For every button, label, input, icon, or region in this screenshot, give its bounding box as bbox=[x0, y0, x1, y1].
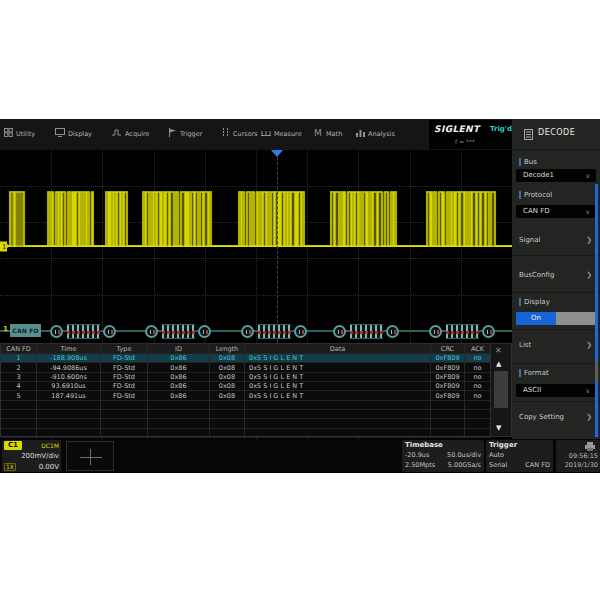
menu-item-trigger[interactable]: Trigger bbox=[168, 119, 202, 148]
list-cell[interactable]: 2 bbox=[1, 363, 37, 372]
list-cell[interactable]: 0x08 bbox=[210, 363, 245, 372]
list-cell[interactable]: 4 bbox=[1, 382, 37, 391]
list-cell[interactable]: 3 bbox=[1, 373, 37, 382]
list-cell-empty bbox=[37, 410, 101, 419]
scroll-thumb[interactable] bbox=[494, 371, 508, 408]
protocol-select[interactable]: CAN FD ∨ bbox=[516, 205, 596, 218]
printer-icon[interactable] bbox=[584, 442, 596, 451]
list-cell[interactable]: -188.908us bbox=[37, 354, 101, 363]
list-cell[interactable]: no bbox=[465, 373, 491, 382]
list-cell[interactable]: 0x08 bbox=[210, 391, 245, 400]
chevron-down-icon: ∨ bbox=[586, 205, 590, 218]
toggle-off[interactable] bbox=[556, 312, 596, 325]
list-cell[interactable]: 0x5 S I G L E N T bbox=[245, 382, 431, 391]
decode-frame-data bbox=[446, 324, 479, 339]
list-cell[interactable]: no bbox=[465, 391, 491, 400]
list-cell[interactable]: 0x86 bbox=[148, 363, 210, 372]
list-cell[interactable]: 0x86 bbox=[148, 391, 210, 400]
list-cell[interactable]: 93.6910us bbox=[37, 382, 101, 391]
format-select[interactable]: ASCII ∨ bbox=[516, 384, 596, 397]
timebase-points: 2.50Mpts bbox=[405, 461, 435, 469]
column-header-can-fd: CAN FD bbox=[1, 344, 37, 354]
channel1-chip[interactable]: C1 bbox=[4, 441, 22, 450]
divider bbox=[512, 255, 600, 256]
trigger-position-line bbox=[277, 157, 278, 343]
list-cell[interactable]: 5 bbox=[1, 391, 37, 400]
list-cell[interactable]: 0x5 S I G L E N T bbox=[245, 363, 431, 372]
bus-select[interactable]: Decode1 ∨ bbox=[516, 169, 596, 182]
list-cell-empty bbox=[148, 419, 210, 428]
trigger-descriptor[interactable]: Trigger Auto Serial CAN FD bbox=[486, 440, 553, 472]
acquire-icon bbox=[112, 128, 122, 139]
menu-item-label: Display bbox=[68, 130, 92, 138]
trigger-position-marker[interactable] bbox=[271, 150, 283, 157]
decode-frame-start bbox=[333, 325, 346, 338]
decode-list-window: CAN FDTimeTypeIDLengthDataCRCACK1-188.90… bbox=[0, 343, 512, 437]
protocol-value: CAN FD bbox=[523, 207, 550, 215]
list-menu-item[interactable]: List ❯ bbox=[519, 341, 595, 349]
panel-scroll-thumb[interactable] bbox=[595, 361, 599, 382]
menu-item-display[interactable]: Display bbox=[55, 119, 92, 148]
list-cell[interactable]: 0xF809 bbox=[431, 382, 465, 391]
list-cell[interactable]: 0xF809 bbox=[431, 363, 465, 372]
list-cell[interactable]: no bbox=[465, 363, 491, 372]
decode-bus-label[interactable]: CAN FD bbox=[10, 324, 41, 337]
list-cell[interactable]: -910.600ns bbox=[37, 373, 101, 382]
scroll-down-icon[interactable]: ▼ bbox=[496, 424, 501, 432]
list-cell[interactable]: 0x86 bbox=[148, 373, 210, 382]
list-cell-empty bbox=[1, 419, 37, 428]
trigger-status-badge: Trig'd bbox=[490, 125, 512, 133]
menu-item-analysis[interactable]: Analysis bbox=[356, 119, 395, 148]
menu-item-label: Trigger bbox=[180, 130, 202, 138]
menu-item-cursors[interactable]: Cursors bbox=[221, 119, 258, 148]
list-cell[interactable]: FD-Std bbox=[101, 354, 148, 363]
copy-setting-menu-item[interactable]: Copy Setting ❯ bbox=[519, 413, 595, 421]
list-cell[interactable]: no bbox=[465, 382, 491, 391]
display-toggle[interactable]: On bbox=[516, 312, 596, 325]
list-cell[interactable]: 0x08 bbox=[210, 382, 245, 391]
list-cell[interactable]: 0x5 S I G L E N T bbox=[245, 373, 431, 382]
close-icon[interactable]: ✕ bbox=[495, 346, 502, 355]
zoom-preview-box[interactable] bbox=[66, 441, 114, 471]
menu-item-math[interactable]: MMath bbox=[314, 119, 342, 148]
list-cell[interactable]: FD-Std bbox=[101, 373, 148, 382]
channel1-position-marker[interactable]: 1 bbox=[0, 242, 10, 252]
list-cell[interactable]: 187.491us bbox=[37, 391, 101, 400]
decode-frame-start bbox=[50, 325, 63, 338]
bus-value: Decode1 bbox=[523, 171, 554, 179]
menu-item-measure[interactable]: Measure bbox=[261, 119, 302, 148]
panel-title: DECODE bbox=[538, 128, 575, 137]
signal-menu-item[interactable]: Signal ❯ bbox=[519, 236, 595, 244]
list-cell[interactable]: FD-Std bbox=[101, 363, 148, 372]
timebase-descriptor[interactable]: Timebase -20.9us 50.0us/div 2.50Mpts 5.0… bbox=[402, 440, 484, 472]
list-cell[interactable]: 0x08 bbox=[210, 373, 245, 382]
list-cell[interactable]: 1 bbox=[1, 354, 37, 363]
list-cell[interactable]: 0xF809 bbox=[431, 373, 465, 382]
list-cell[interactable]: 0x5 S I G L E N T bbox=[245, 354, 431, 363]
channel1-descriptor[interactable]: C1 DC1M 200mV/div 1X 0.00V bbox=[2, 440, 61, 472]
panel-scrollbar[interactable] bbox=[595, 184, 599, 437]
toggle-on[interactable]: On bbox=[516, 312, 556, 325]
list-cell-empty bbox=[1, 429, 37, 438]
trigger-icon bbox=[168, 128, 177, 139]
list-cell[interactable]: 0xF809 bbox=[431, 391, 465, 400]
busconfig-menu-item[interactable]: BusConfig ❯ bbox=[519, 271, 595, 279]
list-cell-empty bbox=[465, 419, 491, 428]
menu-item-acquire[interactable]: Acquire bbox=[112, 119, 150, 148]
list-cell-empty bbox=[465, 410, 491, 419]
scroll-up-icon[interactable]: ▲ bbox=[496, 360, 501, 368]
list-cell[interactable]: 0xF809 bbox=[431, 354, 465, 363]
list-cell-empty bbox=[1, 401, 37, 410]
divider bbox=[512, 292, 600, 293]
list-cell[interactable]: 0x08 bbox=[210, 354, 245, 363]
list-cell[interactable]: -94.9086us bbox=[37, 363, 101, 372]
list-cell[interactable]: FD-Std bbox=[101, 382, 148, 391]
list-cell[interactable]: no bbox=[465, 354, 491, 363]
list-cell[interactable]: FD-Std bbox=[101, 391, 148, 400]
menu-item-label: Acquire bbox=[125, 130, 150, 138]
list-cell[interactable]: 0x86 bbox=[148, 382, 210, 391]
menu-item-utility[interactable]: Utility bbox=[4, 119, 35, 148]
list-cell[interactable]: 0x86 bbox=[148, 354, 210, 363]
list-cell[interactable]: 0x5 S I G L E N T bbox=[245, 391, 431, 400]
oscilloscope-screenshot: UtilityDisplayAcquireTriggerCursorsMeasu… bbox=[0, 119, 600, 473]
